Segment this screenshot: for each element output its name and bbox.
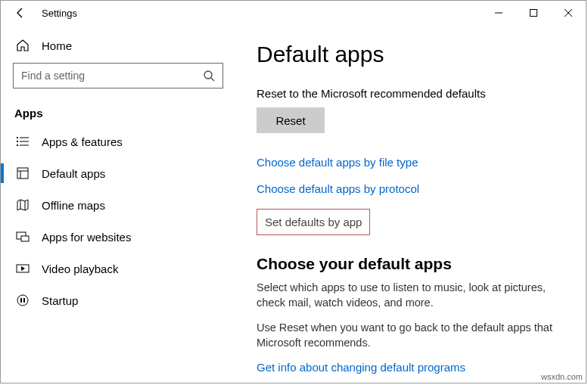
window-title: Settings [42,8,77,19]
startup-icon [16,293,30,307]
content-area: Default apps Reset to the Microsoft reco… [235,25,586,383]
search-placeholder: Find a setting [21,70,85,82]
default-apps-icon [16,166,30,180]
minimize-button[interactable] [481,1,516,25]
sidebar-item-video-playback[interactable]: Video playback [13,253,223,284]
svg-rect-12 [17,168,28,179]
svg-rect-7 [17,141,18,142]
watermark: wsxdn.com [541,372,583,381]
sub-heading: Choose your default apps [257,255,565,273]
svg-line-5 [211,78,214,81]
home-icon [16,39,30,52]
maximize-button[interactable] [516,1,551,25]
link-set-defaults-by-app[interactable]: Set defaults by app [257,209,370,235]
link-choose-by-filetype[interactable]: Choose default apps by file type [257,156,565,169]
close-button[interactable] [551,1,586,25]
home-label: Home [42,39,72,52]
video-icon [16,262,30,275]
sidebar-item-offline-maps[interactable]: Offline maps [13,189,223,221]
sidebar-item-apps-features[interactable]: Apps & features [13,126,223,157]
svg-point-4 [204,71,212,79]
sidebar-item-home[interactable]: Home [13,31,223,63]
page-title: Default apps [257,42,565,67]
reset-button[interactable]: Reset [257,107,325,133]
sidebar-section-header: Apps [14,107,223,120]
sidebar-item-startup[interactable]: Startup [13,284,223,316]
search-icon [203,70,215,82]
link-get-info[interactable]: Get info about changing default programs [257,361,565,374]
titlebar: Settings [1,1,586,25]
svg-rect-8 [17,144,18,146]
body-paragraph-1: Select which apps to use to listen to mu… [257,281,565,310]
apps-websites-icon [16,230,30,244]
sidebar-item-default-apps[interactable]: Default apps [13,157,223,189]
search-input[interactable]: Find a setting [13,63,223,88]
sidebar-item-label: Video playback [42,262,118,275]
sidebar-item-apps-websites[interactable]: Apps for websites [13,221,223,253]
reset-description: Reset to the Microsoft recommended defau… [257,87,565,100]
svg-rect-1 [530,10,537,17]
svg-rect-6 [17,137,18,138]
list-icon [16,135,30,148]
sidebar-item-label: Offline maps [42,199,105,212]
body-paragraph-2: Use Reset when you want to go back to th… [257,321,565,350]
sidebar-item-label: Startup [42,294,78,307]
link-choose-by-protocol[interactable]: Choose default apps by protocol [257,182,565,195]
sidebar-item-label: Apps & features [42,135,123,148]
sidebar-item-label: Default apps [42,167,105,180]
svg-rect-18 [21,236,29,241]
back-button[interactable] [7,7,37,19]
svg-point-20 [17,295,28,306]
sidebar: Home Find a setting Apps Apps & features [1,25,235,383]
sidebar-item-label: Apps for websites [42,231,131,244]
map-icon [16,198,30,212]
